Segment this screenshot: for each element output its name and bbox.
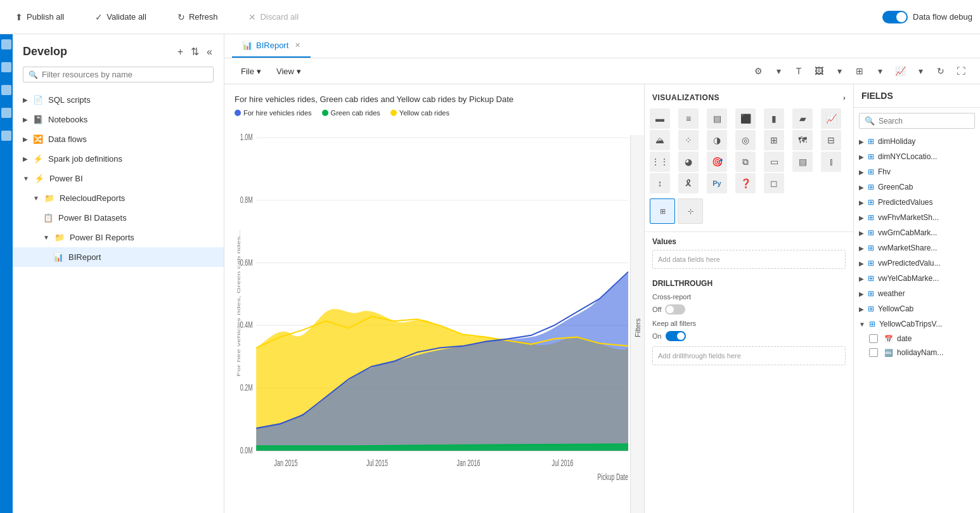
field-item-date[interactable]: 📅 date	[854, 332, 980, 346]
spark-jobs-label: Spark job definitions	[48, 154, 122, 164]
viz-kpi-btn[interactable]: 🎯	[707, 152, 727, 172]
field-group-vwfhvmarketsh[interactable]: ▶ ⊞ vwFhvMarketSh...	[854, 210, 980, 225]
image-button[interactable]: 🖼	[810, 62, 828, 80]
visual-options-button[interactable]: ⚙	[749, 62, 767, 80]
field-group-dimnyclocation[interactable]: ▶ ⊞ dimNYCLocatio...	[854, 149, 980, 164]
field-group-predictedvalues[interactable]: ▶ ⊞ PredictedValues	[854, 195, 980, 210]
viz-ribbon-btn[interactable]: 🎗	[678, 173, 699, 193]
sidebar-item-relecloudreports[interactable]: ▼ 📁 RelecloudReports	[13, 188, 224, 208]
values-section: Values Add data fields here	[645, 232, 853, 274]
table-expand-button[interactable]: ▾	[871, 62, 889, 80]
field-item-holidayname[interactable]: 🔤 holidayNam...	[854, 346, 980, 360]
validate-all-button[interactable]: ✓ Validate all	[87, 8, 154, 26]
field-check-date[interactable]	[869, 334, 878, 343]
tab-bireport[interactable]: 📊 BIReport ✕	[232, 34, 311, 58]
field-group-weather[interactable]: ▶ ⊞ weather	[854, 286, 980, 301]
field-group-vwmarketshare[interactable]: ▶ ⊞ vwMarketShare...	[854, 240, 980, 256]
group-name: vwPredictedValu...	[878, 259, 941, 268]
text-icon-button[interactable]: T	[790, 62, 808, 80]
tab-close-button[interactable]: ✕	[295, 41, 300, 49]
report-toolbar-right: ⚙ ▾ T 🖼 ▾ ⊞ ▾ 📈 ▾ ↻ ⛶	[749, 62, 970, 80]
keep-filters-toggle[interactable]	[666, 331, 686, 341]
sidebar-item-power-bi[interactable]: ▼ ⚡ Power BI	[13, 169, 224, 188]
viz-stacked-col-btn[interactable]: ▮	[764, 108, 784, 129]
viz-gauge-btn[interactable]: ◕	[678, 152, 699, 172]
table-button[interactable]: ⊞	[851, 62, 868, 80]
chart-button[interactable]: 📈	[891, 62, 909, 80]
expand-chevron-button[interactable]: ▾	[770, 62, 787, 80]
dataset-icon: 📋	[43, 213, 53, 223]
viz-python-btn[interactable]: Py	[707, 173, 727, 193]
search-input[interactable]	[42, 70, 208, 79]
viz-line-btn[interactable]: 📈	[821, 108, 841, 129]
fullscreen-button[interactable]: ⛶	[952, 62, 970, 80]
field-group-vwyelcabmarke[interactable]: ▶ ⊞ vwYelCabMarke...	[854, 271, 980, 286]
date-field-icon: 📅	[884, 335, 893, 343]
sidebar-item-notebooks[interactable]: ▶ 📓 Notebooks	[13, 110, 224, 129]
drillthrough-drop-area[interactable]: Add drillthrough fields here	[652, 346, 846, 365]
sidebar-item-data-flows[interactable]: ▶ 🔀 Data flows	[13, 129, 224, 149]
strip-item-4[interactable]	[1, 108, 11, 118]
right-panel: VISUALIZATIONS › ▬ ≡ ▤ ⬛ ▮ ▰ 📈 ⛰ ⁘	[644, 84, 853, 513]
field-group-dimholiday[interactable]: ▶ ⊞ dimHoliday	[854, 134, 980, 149]
viz-waterfall-btn[interactable]: ↕	[650, 173, 670, 193]
sidebar-item-power-bi-reports[interactable]: ▼ 📁 Power BI Reports	[13, 228, 224, 247]
field-group-vwgrncabmark[interactable]: ▶ ⊞ vwGrnCabMark...	[854, 225, 980, 240]
refresh-button[interactable]: ↻ Refresh	[170, 8, 226, 26]
sidebar-item-power-bi-datasets[interactable]: 📋 Power BI Datasets	[13, 208, 224, 228]
viz-pie-btn[interactable]: ◑	[707, 130, 727, 150]
viz-qna-btn[interactable]: ❓	[735, 173, 756, 193]
viz-multirow-card-btn[interactable]: ▤	[792, 152, 813, 172]
fields-search-input[interactable]	[879, 117, 969, 126]
viz-100pct-col-btn[interactable]: ▰	[792, 108, 813, 129]
view-menu-button[interactable]: View ▾	[270, 64, 307, 79]
values-drop-area[interactable]: Add data fields here	[652, 250, 846, 269]
chart-expand-button[interactable]: ▾	[912, 62, 929, 80]
image-expand-button[interactable]: ▾	[830, 62, 848, 80]
viz-table-btn[interactable]: ⊟	[821, 130, 841, 150]
viz-map-btn[interactable]: 🗺	[792, 130, 813, 150]
viz-donut-btn[interactable]: ◎	[735, 130, 756, 150]
svg-text:0.8M: 0.8M	[240, 195, 253, 205]
viz-shape-btn[interactable]: ◻	[764, 173, 784, 193]
viz-scatter-btn[interactable]: ⁘	[678, 130, 699, 150]
add-resource-button[interactable]: +	[176, 44, 184, 59]
viz-custom-btn[interactable]: ⊞	[650, 198, 675, 224]
cross-report-toggle[interactable]	[665, 304, 685, 315]
sidebar-item-bireport[interactable]: 📊 BIReport	[13, 247, 224, 267]
collapse-sidebar-button[interactable]: «	[205, 44, 214, 59]
viz-combo-btn[interactable]: ⫿	[821, 152, 841, 172]
viz-slicer-btn[interactable]: ⧉	[735, 152, 756, 172]
field-group-greencab[interactable]: ▶ ⊞ GreenCab	[854, 179, 980, 195]
sidebar-item-spark-jobs[interactable]: ▶ ⚡ Spark job definitions	[13, 149, 224, 169]
viz-100pct-bar-btn[interactable]: ▤	[707, 108, 727, 129]
strip-item-1[interactable]	[1, 39, 11, 49]
field-check-holiday[interactable]	[869, 348, 878, 357]
field-group-fhv[interactable]: ▶ ⊞ Fhv	[854, 164, 980, 179]
filters-bar[interactable]: Filters	[630, 135, 644, 513]
viz-area-btn[interactable]: ⛰	[650, 130, 670, 150]
refresh-chart-button[interactable]: ↻	[932, 62, 950, 80]
viz-clustered-bar-btn[interactable]: ⬛	[735, 108, 756, 129]
viz-matrix-btn[interactable]: ⋮⋮	[650, 152, 670, 172]
publish-all-button[interactable]: ⬆ Publish all	[8, 8, 72, 26]
strip-item-5[interactable]	[1, 131, 11, 141]
strip-item-2[interactable]	[1, 62, 11, 72]
discard-all-button[interactable]: ✕ Discard all	[241, 8, 306, 26]
expand-button[interactable]: ⇅	[190, 44, 200, 59]
viz-field-params-btn[interactable]: ⊹	[678, 198, 703, 224]
chart-area[interactable]: 1.0M 0.8M 0.6M 0.4M 0.2M 0.0M For hire v…	[235, 124, 634, 482]
sidebar-item-sql-scripts[interactable]: ▶ 📄 SQL scripts	[13, 90, 224, 110]
field-group-yellowcabtripsvw[interactable]: ▼ ⊞ YellowCabTripsV...	[854, 316, 980, 332]
viz-header-chevron[interactable]: ›	[843, 94, 846, 101]
viz-bar-chart-btn[interactable]: ▬	[650, 108, 670, 129]
viz-card-btn[interactable]: ▭	[764, 152, 784, 172]
file-menu-button[interactable]: File ▾	[235, 64, 268, 79]
viz-stacked-bar-btn[interactable]: ≡	[678, 108, 699, 129]
left-panel-header: Develop + ⇅ «	[13, 34, 224, 64]
strip-item-3[interactable]	[1, 85, 11, 95]
viz-treemap-btn[interactable]: ⊞	[764, 130, 784, 150]
dataflow-debug-toggle[interactable]	[882, 11, 908, 23]
field-group-yellowcab[interactable]: ▶ ⊞ YellowCab	[854, 301, 980, 316]
field-group-vwpredictedvalu[interactable]: ▶ ⊞ vwPredictedValu...	[854, 256, 980, 271]
